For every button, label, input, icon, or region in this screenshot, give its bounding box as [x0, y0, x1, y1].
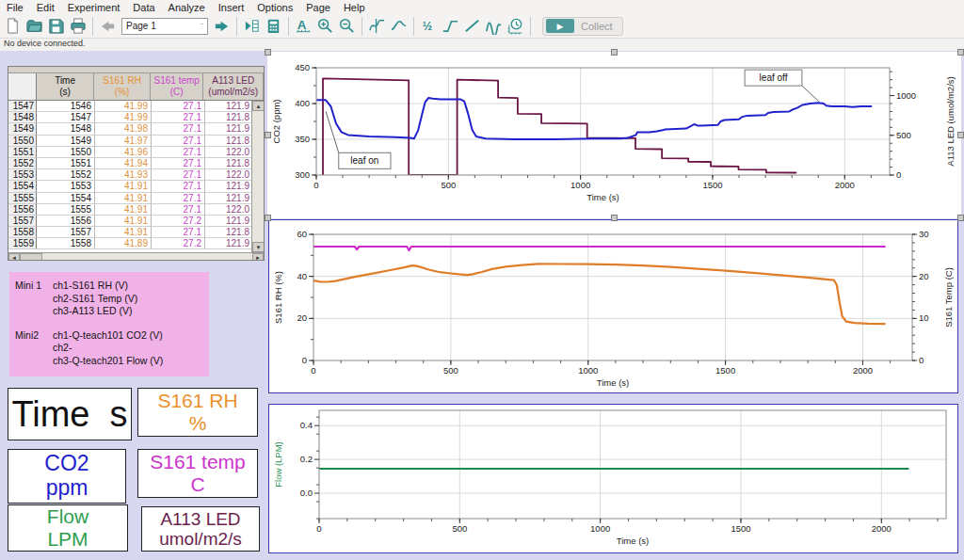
table-cell[interactable]: 1553: [37, 181, 95, 192]
menu-data[interactable]: Data: [126, 2, 161, 13]
table-vertical-scrollbar[interactable]: ▲ ▼: [251, 101, 264, 252]
menu-experiment[interactable]: Experiment: [61, 2, 127, 13]
table-cell[interactable]: 27.2: [152, 216, 205, 227]
table-cell[interactable]: 121.9: [205, 216, 253, 227]
table-horizontal-scrollbar[interactable]: ◄ ►: [8, 252, 264, 261]
menu-edit[interactable]: Edit: [30, 2, 61, 13]
scroll-up-icon[interactable]: ▲: [252, 101, 264, 111]
column-header-time[interactable]: Time(s): [37, 73, 95, 100]
table-cell[interactable]: 1548: [37, 123, 95, 135]
open-file-icon[interactable]: [24, 16, 44, 36]
data-table[interactable]: Time(s)S161 RH(%)S161 temp(C)A113 LED(um…: [8, 66, 265, 261]
table-cell[interactable]: 122.0: [205, 147, 253, 158]
menu-options[interactable]: Options: [250, 2, 299, 13]
table-cell[interactable]: 1556: [37, 216, 95, 227]
scroll-down-icon[interactable]: ▼: [252, 242, 264, 252]
table-cell[interactable]: 121.8: [205, 136, 253, 147]
examine-icon[interactable]: [367, 16, 387, 36]
selection-handle[interactable]: [611, 49, 618, 56]
selection-handle[interactable]: [265, 215, 271, 221]
menu-help[interactable]: Help: [337, 2, 372, 13]
menu-insert[interactable]: Insert: [212, 2, 251, 13]
table-cell[interactable]: 27.1: [152, 136, 205, 147]
zoom-in-icon[interactable]: [315, 16, 335, 36]
scrollbar-thumb[interactable]: [20, 253, 42, 261]
table-cell[interactable]: 27.1: [152, 158, 205, 169]
table-cell[interactable]: 41.94: [95, 158, 152, 169]
table-cell[interactable]: 41.93: [95, 169, 152, 181]
scroll-left-icon[interactable]: ◄: [8, 253, 20, 261]
table-cell[interactable]: 41.97: [95, 136, 152, 147]
print-icon[interactable]: [68, 16, 88, 36]
table-cell[interactable]: 1549: [37, 136, 95, 147]
table-cell[interactable]: 27.1: [152, 193, 205, 204]
graph-co2-led[interactable]: 0500100015002000Time (s)300350400450CO2 …: [267, 52, 961, 218]
table-cell[interactable]: 27.1: [152, 169, 205, 181]
table-cell[interactable]: 27.1: [152, 181, 205, 192]
table-cell[interactable]: 41.98: [95, 123, 152, 135]
table-cell[interactable]: 121.9: [205, 181, 253, 192]
table-cell[interactable]: 41.91: [95, 216, 152, 227]
table-cell[interactable]: 1555: [37, 204, 95, 216]
table-cell[interactable]: 27.2: [152, 238, 205, 249]
table-cell[interactable]: 1547: [37, 112, 95, 123]
table-cell[interactable]: 1554: [37, 193, 95, 204]
menu-page[interactable]: Page: [299, 2, 337, 13]
graph-flow[interactable]: 0500100015002000Time (s)0.00.20.4Flow (L…: [268, 404, 958, 553]
curve-fit-icon[interactable]: [441, 16, 460, 36]
prev-page-arrow-icon[interactable]: [98, 16, 118, 36]
meter-time[interactable]: Time s: [8, 388, 132, 440]
calculator-icon[interactable]: [264, 16, 283, 36]
half-fraction-icon[interactable]: ½: [419, 16, 439, 36]
table-cell[interactable]: 121.8: [205, 227, 253, 238]
table-cell[interactable]: 41.91: [95, 181, 152, 192]
data-collection-icon[interactable]: [506, 16, 525, 36]
table-cell[interactable]: 1552: [37, 169, 95, 181]
table-cell[interactable]: 121.9: [205, 193, 253, 204]
selection-handle[interactable]: [957, 215, 964, 221]
table-cell[interactable]: 41.99: [95, 112, 152, 123]
page-selector[interactable]: Page 1 ˇ: [121, 18, 208, 35]
table-cell[interactable]: 1557: [37, 227, 95, 238]
table-cell[interactable]: 41.91: [95, 227, 152, 238]
autoscale-icon[interactable]: A: [294, 16, 313, 36]
menu-analyze[interactable]: Analyze: [162, 2, 212, 13]
selection-handle[interactable]: [957, 132, 964, 138]
linear-fit-icon[interactable]: [462, 16, 482, 36]
meter-a113-led[interactable]: A113 LEDumol/m2/s: [141, 506, 260, 552]
selection-handle[interactable]: [611, 215, 618, 221]
scroll-right-icon[interactable]: ►: [252, 253, 264, 261]
table-cell[interactable]: 121.9: [205, 123, 253, 135]
statistics-icon[interactable]: [484, 16, 504, 36]
collect-button[interactable]: ▶ Collect: [542, 17, 623, 36]
column-header-s161-temp[interactable]: S161 temp(C): [151, 73, 204, 100]
graph-rh-temp[interactable]: 0500100015002000Time (s)0204060S161 RH (…: [268, 219, 958, 393]
meter-co2[interactable]: CO2ppm: [8, 449, 126, 504]
new-document-icon[interactable]: [3, 16, 23, 36]
table-cell[interactable]: 121.9: [205, 101, 253, 112]
table-cell[interactable]: 1550: [37, 147, 95, 158]
table-cell[interactable]: 122.0: [205, 169, 253, 181]
table-cell[interactable]: 41.89: [95, 238, 152, 249]
table-cell[interactable]: 41.91: [95, 193, 152, 204]
table-cell[interactable]: 27.1: [152, 147, 205, 158]
zoom-out-icon[interactable]: [337, 16, 357, 36]
meter-s161-temp[interactable]: S161 tempC: [137, 449, 258, 498]
column-header-s161-rh[interactable]: S161 RH(%): [94, 73, 151, 100]
table-cell[interactable]: 121.8: [205, 158, 253, 169]
selection-handle[interactable]: [957, 49, 964, 56]
table-cell[interactable]: 41.91: [95, 204, 152, 216]
next-page-arrow-icon[interactable]: [212, 16, 232, 36]
table-cell[interactable]: 121.9: [205, 238, 253, 249]
meter-s161-rh[interactable]: S161 RH%: [137, 388, 258, 437]
insert-data-table-icon[interactable]: [242, 16, 262, 36]
table-cell[interactable]: 1558: [37, 238, 95, 249]
table-cell[interactable]: 41.96: [95, 147, 152, 158]
column-header-a113-led[interactable]: A113 LED(umol/m2/s): [203, 73, 264, 100]
table-cell[interactable]: 27.1: [152, 227, 205, 238]
selection-handle[interactable]: [265, 49, 271, 56]
selection-handle[interactable]: [265, 132, 271, 138]
tangent-icon[interactable]: [389, 16, 409, 36]
table-cell[interactable]: 41.99: [95, 101, 152, 112]
table-cell[interactable]: 1551: [37, 158, 95, 169]
